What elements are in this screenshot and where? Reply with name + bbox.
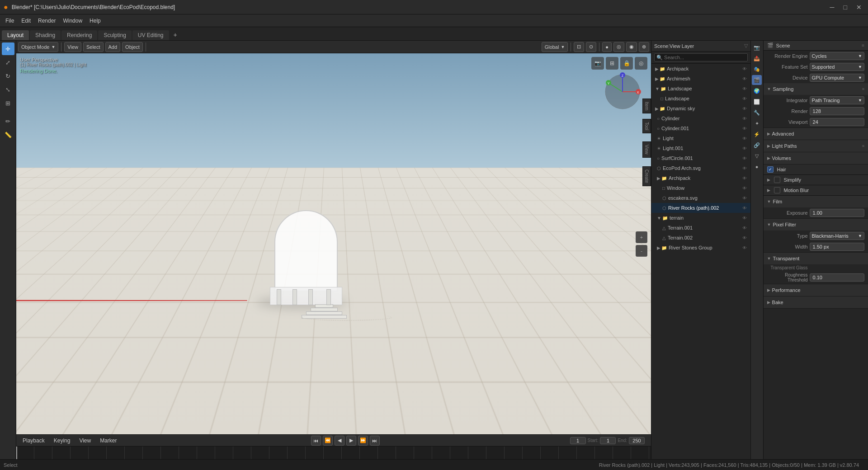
timeline-view-menu[interactable]: View [75, 437, 94, 445]
sidebar-measure-icon[interactable]: 📏 [2, 128, 14, 141]
outliner-item-landscape-coll[interactable]: ▼ 📁 Landscape 👁 [651, 84, 750, 94]
outliner-item-archipack-sub[interactable]: ▶ 📁 Archipack 👁 [651, 173, 750, 183]
tool-panel-tab[interactable]: Tool [642, 119, 651, 133]
play-btn[interactable]: ▶ [346, 436, 356, 446]
prop-icon-world[interactable]: 🌍 [752, 86, 762, 96]
outliner-filter-icon[interactable]: ▽ [744, 43, 748, 49]
play-back-btn[interactable]: ◀ [335, 436, 344, 446]
prop-icon-render[interactable]: 📷 [752, 42, 762, 52]
archipack-vis[interactable]: 👁 [742, 66, 747, 71]
volumes-header[interactable]: ▶ Volumes [764, 152, 868, 164]
play-forward-btn[interactable]: ⏩ [358, 436, 368, 446]
pixel-filter-width-input[interactable]: 1.50 px [810, 243, 864, 251]
outliner-search-input[interactable] [654, 53, 748, 61]
outliner-item-cylinder[interactable]: ○ Cylinder 👁 [651, 113, 750, 123]
jump-to-end-btn[interactable]: ⏭ [370, 436, 380, 446]
device-dropdown[interactable]: GPU Compute ▼ [810, 74, 864, 82]
viewport-shading-rendered[interactable]: ◉ [626, 42, 637, 52]
pixel-filter-type-dropdown[interactable]: Blackman-Harris ▼ [810, 232, 864, 240]
outliner-item-ecopod-arch[interactable]: ⬡ EcoPod Arch.svg 👁 [651, 163, 750, 173]
menu-file[interactable]: File [2, 17, 18, 25]
roughness-threshold-input[interactable]: 0.10 [810, 273, 864, 282]
ecopod-arch-vis[interactable]: 👁 [742, 166, 747, 171]
start-frame-input[interactable]: 1 [600, 437, 616, 444]
light-paths-header[interactable]: ▶ Light Paths ≡ [764, 140, 868, 152]
prop-icon-material[interactable]: ● [752, 162, 762, 172]
navigation-gizmo[interactable]: X Y Z [602, 71, 647, 117]
maximize-button[interactable]: □ [841, 3, 850, 12]
outliner-item-cylinder001[interactable]: ○ Cylinder.001 👁 [651, 123, 750, 133]
river-rocks-vis[interactable]: 👁 [742, 206, 747, 211]
outliner-item-landscape-obj[interactable]: □ Landscape 👁 [651, 94, 750, 103]
viewport-samples-input[interactable]: 24 [810, 118, 864, 126]
current-frame-input[interactable]: 1 [570, 437, 586, 444]
outliner-item-surfcircle[interactable]: ○ SurfCircle.001 👁 [651, 153, 750, 163]
object-mode-dropdown[interactable]: Object Mode ▼ [18, 42, 58, 52]
item-panel-tab[interactable]: Item [642, 99, 651, 113]
render-engine-dropdown[interactable]: Cycles ▼ [810, 52, 864, 60]
viewpoint-icon[interactable]: ◎ [635, 57, 647, 70]
transparent-header[interactable]: ▼ Transparent [764, 253, 868, 264]
cylinder-vis[interactable]: 👁 [742, 116, 747, 121]
exposure-input[interactable]: 1.00 [810, 209, 864, 217]
outliner-item-river-stones[interactable]: ▶ 📁 River Stones Group 👁 [651, 243, 750, 253]
prop-icon-constraints[interactable]: 🔗 [752, 140, 762, 150]
menu-help[interactable]: Help [86, 17, 104, 25]
create-panel-tab[interactable]: Create [642, 166, 651, 186]
close-button[interactable]: ✕ [854, 3, 864, 12]
render-samples-input[interactable]: 128 [810, 107, 864, 115]
escakera-vis[interactable]: 👁 [742, 196, 747, 201]
menu-window[interactable]: Window [59, 17, 86, 25]
tab-shading[interactable]: Shading [30, 30, 61, 40]
performance-header[interactable]: ▶ Performance [764, 284, 868, 296]
prop-icon-data[interactable]: ▽ [752, 151, 762, 161]
prop-icon-modifier[interactable]: 🔧 [752, 108, 762, 118]
timeline-keying-menu[interactable]: Keying [50, 437, 74, 445]
archipack-sub-vis[interactable]: 👁 [742, 176, 747, 181]
archimesh-vis[interactable]: 👁 [742, 76, 747, 81]
landscape-obj-vis[interactable]: 👁 [742, 96, 747, 101]
menu-render[interactable]: Render [34, 17, 59, 25]
camera-view-icon[interactable]: 📷 [591, 57, 604, 70]
outliner-item-dynamic-sky[interactable]: ▶ 📁 Dynamic sky 👁 [651, 103, 750, 113]
end-frame-input[interactable]: 250 [629, 437, 645, 444]
outliner-item-terrain001[interactable]: △ Terrain.001 👁 [651, 223, 750, 233]
light001-vis[interactable]: 👁 [742, 146, 747, 151]
bake-header[interactable]: ▶ Bake [764, 296, 868, 308]
sampling-header[interactable]: ▼ Sampling ≡ [764, 83, 868, 95]
terrain001-vis[interactable]: 👁 [742, 226, 747, 230]
sidebar-annotate-icon[interactable]: ✏ [2, 115, 14, 127]
prop-icon-scene[interactable]: 🎬 [752, 75, 762, 85]
prop-icon-physics[interactable]: ⚡ [752, 129, 762, 139]
outliner-item-light001[interactable]: ☀ Light.001 👁 [651, 143, 750, 153]
prop-icon-particles[interactable]: ✦ [752, 118, 762, 128]
viewport-overlay-btn[interactable]: ⊕ [639, 42, 649, 52]
render-border-icon[interactable]: ⊞ [606, 57, 618, 70]
pixel-filter-header[interactable]: ▼ Pixel Filter [764, 219, 868, 230]
motion-blur-checkbox[interactable] [774, 187, 780, 193]
sidebar-transform-icon[interactable]: ⊞ [2, 97, 14, 109]
sidebar-scale-icon[interactable]: ⤡ [2, 83, 14, 96]
properties-options-btn[interactable]: ≡ [862, 43, 864, 48]
minimize-button[interactable]: ─ [827, 3, 837, 12]
object-menu[interactable]: Object [122, 42, 143, 52]
add-menu[interactable]: Add [105, 42, 121, 52]
menu-edit[interactable]: Edit [18, 17, 34, 25]
terrain002-vis[interactable]: 👁 [742, 235, 747, 240]
prop-icon-output[interactable]: 📤 [752, 53, 762, 63]
view-menu[interactable]: View [64, 42, 81, 52]
integrator-dropdown[interactable]: Path Tracing ▼ [810, 96, 864, 104]
snap-button[interactable]: ⊡ [574, 42, 584, 52]
jump-to-start-btn[interactable]: ⏮ [311, 436, 321, 446]
outliner-item-window[interactable]: □ Window 👁 [651, 183, 750, 193]
timeline-playback-menu[interactable]: Playback [19, 437, 48, 445]
prop-icon-view-layer[interactable]: 🎭 [752, 64, 762, 74]
light-paths-options[interactable]: ≡ [862, 144, 864, 148]
step-back-btn[interactable]: ⏪ [323, 436, 333, 446]
outliner-item-archipack[interactable]: ▶ 📁 Archipack 👁 [651, 64, 750, 74]
viewport-3d[interactable]: User Perspective (1) River Rocks (path).… [16, 53, 651, 434]
tab-rendering[interactable]: Rendering [61, 30, 97, 40]
outliner-item-river-rocks[interactable]: ⬡ River Rocks (path).002 👁 [651, 203, 750, 213]
outliner-item-terrain-coll[interactable]: ▼ 📁 terrain 👁 [651, 213, 750, 223]
sampling-options[interactable]: ≡ [862, 87, 864, 91]
